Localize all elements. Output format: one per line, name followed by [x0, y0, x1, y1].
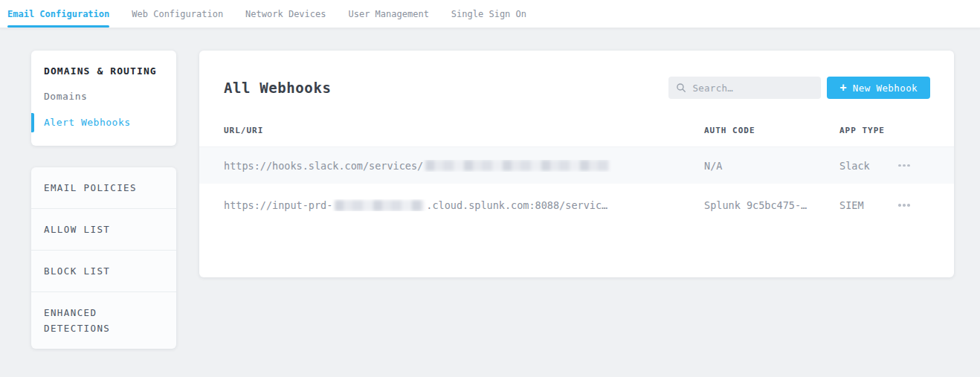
table-row: https://input-prd- .cloud.splunk.com:808… — [199, 184, 954, 227]
tab-web-configuration[interactable]: Web Configuration — [132, 0, 223, 28]
page-title: All Webhooks — [224, 77, 668, 99]
search-icon — [676, 83, 686, 93]
table-row: https://hooks.slack.com/services/ N/A Sl… — [199, 147, 954, 184]
webhook-url-text: https://hooks.slack.com/services/ — [224, 160, 423, 172]
sidebar-item-allow-list[interactable]: ALLOW LIST — [31, 209, 176, 251]
search-box[interactable] — [668, 77, 821, 99]
column-header-url: URL/URI — [224, 126, 704, 136]
sidebar-item-enhanced-detections[interactable]: ENHANCED DETECTIONS — [31, 292, 176, 349]
webhook-url-suffix: .cloud.splunk.com:8088/servic… — [426, 199, 607, 211]
sidebar-item-alert-webhooks[interactable]: Alert Webhooks — [31, 117, 176, 129]
redacted-blur — [425, 160, 609, 171]
sidebar-item-block-list[interactable]: BLOCK LIST — [31, 251, 176, 292]
new-webhook-button-label: New Webhook — [853, 83, 918, 94]
column-header-app-type: APP TYPE — [839, 126, 897, 136]
table-header-row: URL/URI AUTH CODE APP TYPE — [199, 126, 954, 147]
app-type-cell: Slack — [839, 160, 897, 172]
tab-user-management[interactable]: User Management — [348, 0, 428, 28]
sidebar-item-domains[interactable]: Domains — [31, 91, 176, 103]
tab-single-sign-on[interactable]: Single Sign On — [451, 0, 526, 28]
webhook-url-cell: https://hooks.slack.com/services/ — [224, 160, 704, 172]
app-type-cell: SIEM — [839, 199, 897, 211]
new-webhook-button[interactable]: + New Webhook — [827, 77, 930, 99]
auth-code-cell: N/A — [704, 160, 839, 172]
tab-email-configuration[interactable]: Email Configuration — [7, 0, 109, 28]
policies-card: EMAIL POLICIES ALLOW LIST BLOCK LIST ENH… — [31, 167, 176, 349]
webhook-url-cell: https://input-prd- .cloud.splunk.com:808… — [224, 199, 704, 211]
redacted-blur — [335, 200, 424, 211]
ellipsis-icon — [898, 204, 901, 207]
column-header-auth-code: AUTH CODE — [704, 126, 839, 136]
sidebar-item-email-policies[interactable]: EMAIL POLICIES — [31, 167, 176, 209]
auth-code-cell: Splunk 9c5bc475-… — [704, 199, 839, 211]
webhook-url-text: https://input-prd- — [224, 199, 332, 211]
row-menu-button[interactable] — [897, 199, 912, 211]
tab-network-devices[interactable]: Network Devices — [245, 0, 326, 28]
all-webhooks-panel: All Webhooks + New Webhook URL/URI AUTH … — [199, 51, 954, 277]
search-input[interactable] — [692, 83, 811, 94]
row-menu-button[interactable] — [897, 160, 912, 172]
plus-icon: + — [839, 83, 846, 94]
domains-routing-card: DOMAINS & ROUTING Domains Alert Webhooks — [31, 51, 176, 146]
top-navigation: Email Configuration Web Configuration Ne… — [0, 0, 980, 28]
domains-routing-title: DOMAINS & ROUTING — [31, 65, 176, 77]
ellipsis-icon — [898, 164, 901, 167]
panel-header: All Webhooks + New Webhook — [199, 51, 954, 99]
